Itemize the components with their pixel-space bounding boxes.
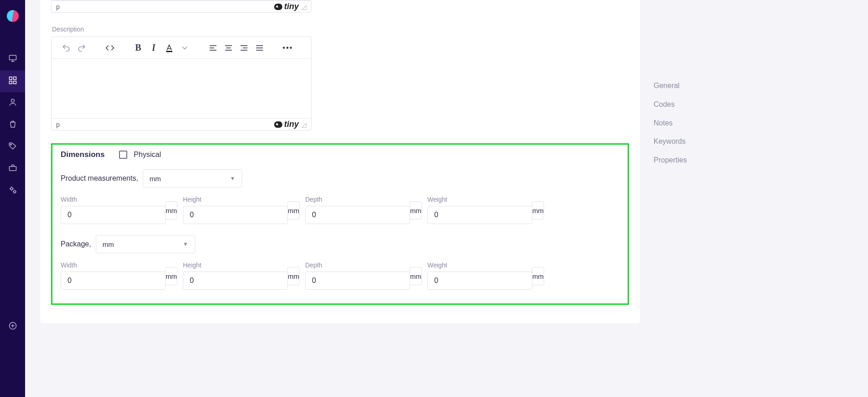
monitor-icon — [8, 54, 17, 65]
product-height-unit: mm — [287, 201, 300, 219]
undo-button[interactable] — [60, 42, 73, 54]
align-left-button[interactable] — [207, 42, 219, 54]
tiny-brand[interactable]: tiny — [274, 120, 299, 129]
svg-rect-5 — [9, 81, 12, 84]
svg-rect-16 — [166, 51, 172, 52]
tiny-brand-text: tiny — [284, 2, 299, 11]
svg-point-7 — [11, 99, 14, 102]
tag-icon — [8, 141, 17, 152]
product-width-unit: mm — [165, 201, 177, 219]
anchor-notes[interactable]: Notes — [654, 114, 868, 133]
code-button[interactable] — [104, 42, 116, 54]
resize-corner-icon[interactable]: ◿ — [301, 121, 307, 128]
bold-button[interactable]: B — [132, 42, 145, 54]
svg-rect-4 — [13, 77, 16, 80]
package-depth-label: Depth — [305, 261, 408, 269]
editor-shortdesc-footer: p tiny ◿ — [52, 0, 311, 12]
product-depth-input[interactable] — [305, 206, 410, 224]
anchor-codes[interactable]: Codes — [654, 95, 868, 114]
package-weight-label: Weight — [427, 261, 530, 269]
editor-toolbar: B I — [52, 37, 311, 59]
svg-rect-3 — [9, 77, 12, 80]
more-button[interactable]: ••• — [281, 42, 294, 54]
tiny-brand[interactable]: tiny — [274, 2, 299, 11]
chevron-down-icon: ▼ — [183, 241, 188, 247]
editor-path-tag: p — [56, 121, 60, 128]
page-bottom-gap — [39, 390, 640, 397]
text-color-button[interactable] — [163, 42, 176, 54]
package-width-label: Width — [61, 261, 164, 269]
nav-tags[interactable] — [0, 136, 25, 158]
svg-point-8 — [10, 144, 11, 145]
gears-icon — [8, 185, 17, 196]
package-weight-input[interactable] — [427, 272, 532, 290]
grid-icon — [8, 76, 17, 87]
align-center-button[interactable] — [222, 42, 235, 54]
nav-customers[interactable] — [0, 92, 25, 114]
svg-point-11 — [13, 191, 16, 193]
product-width-input[interactable] — [61, 206, 166, 224]
physical-checkbox[interactable] — [119, 151, 127, 159]
package-width-unit: mm — [165, 267, 177, 285]
svg-rect-0 — [9, 55, 16, 60]
editor-description-wrap: Description — [51, 26, 629, 131]
product-measurements-label: Product measurements, — [61, 174, 138, 183]
left-sidebar — [0, 0, 25, 397]
product-weight-unit: mm — [532, 201, 544, 219]
physical-label: Physical — [134, 151, 161, 159]
app-logo — [7, 10, 19, 22]
align-right-button[interactable] — [238, 42, 250, 54]
package-width-input[interactable] — [61, 272, 166, 290]
package-height-unit: mm — [287, 267, 300, 285]
editor-description-footer: p tiny ◿ — [52, 118, 311, 130]
nav-display[interactable] — [0, 48, 25, 70]
product-width-label: Width — [61, 196, 164, 203]
redo-button[interactable] — [75, 42, 88, 54]
italic-button[interactable]: I — [147, 42, 160, 54]
package-unit-select[interactable]: mm ▼ — [96, 235, 195, 253]
bag-icon — [8, 120, 17, 131]
anchor-keywords[interactable]: Keywords — [654, 132, 868, 151]
svg-rect-6 — [13, 81, 16, 84]
editor-path-tag: p — [56, 3, 60, 10]
dimensions-section: Dimensions Physical Product measurements… — [51, 143, 629, 305]
product-unit-value: mm — [150, 175, 161, 183]
resize-corner-icon[interactable]: ◿ — [301, 3, 307, 10]
product-depth-label: Depth — [305, 196, 408, 203]
editor-description-body[interactable] — [52, 59, 311, 118]
product-fields-row: Width mm Height mm Depth — [61, 196, 619, 224]
package-label: Package, — [61, 240, 91, 248]
package-height-input[interactable] — [183, 272, 288, 290]
product-weight-label: Weight — [427, 196, 530, 203]
svg-point-10 — [10, 188, 13, 190]
section-anchor-nav: General Codes Notes Keywords Properties — [640, 0, 868, 397]
description-label: Description — [52, 26, 629, 33]
product-unit-select[interactable]: mm ▼ — [143, 169, 242, 188]
product-height-input[interactable] — [183, 206, 288, 224]
nav-add[interactable] — [0, 316, 25, 338]
align-justify-button[interactable] — [253, 42, 266, 54]
package-weight-unit: mm — [532, 267, 544, 285]
package-fields-row: Width mm Height mm Depth — [61, 261, 619, 290]
anchor-general[interactable]: General — [654, 77, 868, 95]
package-depth-input[interactable] — [305, 272, 410, 290]
cloud-icon — [274, 4, 282, 10]
content-card: p tiny ◿ Description — [40, 0, 640, 323]
package-unit-value: mm — [103, 240, 114, 248]
text-color-dropdown[interactable] — [178, 42, 191, 54]
anchor-properties[interactable]: Properties — [654, 151, 868, 170]
nav-briefcase[interactable] — [0, 158, 25, 180]
nav-orders[interactable] — [0, 114, 25, 136]
nav-settings[interactable] — [0, 180, 25, 202]
editor-shortdesc: p tiny ◿ — [51, 0, 629, 13]
chevron-down-icon: ▼ — [230, 175, 235, 182]
user-icon — [8, 98, 17, 109]
svg-rect-9 — [9, 167, 16, 171]
nav-products[interactable] — [0, 70, 25, 92]
product-weight-input[interactable] — [427, 206, 532, 224]
editor-description-box[interactable]: B I — [51, 37, 312, 131]
editor-shortdesc-box[interactable]: p tiny ◿ — [51, 0, 312, 13]
product-depth-unit: mm — [410, 201, 422, 219]
cloud-icon — [274, 121, 282, 128]
plus-circle-icon — [8, 321, 17, 332]
